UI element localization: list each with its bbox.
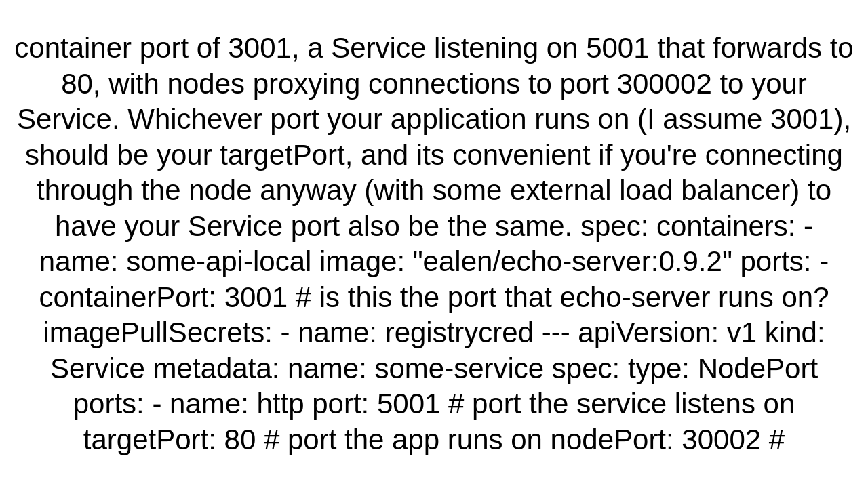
main-content: container port of 3001, a Service listen… xyxy=(0,0,868,488)
article-text: container port of 3001, a Service listen… xyxy=(14,30,854,458)
